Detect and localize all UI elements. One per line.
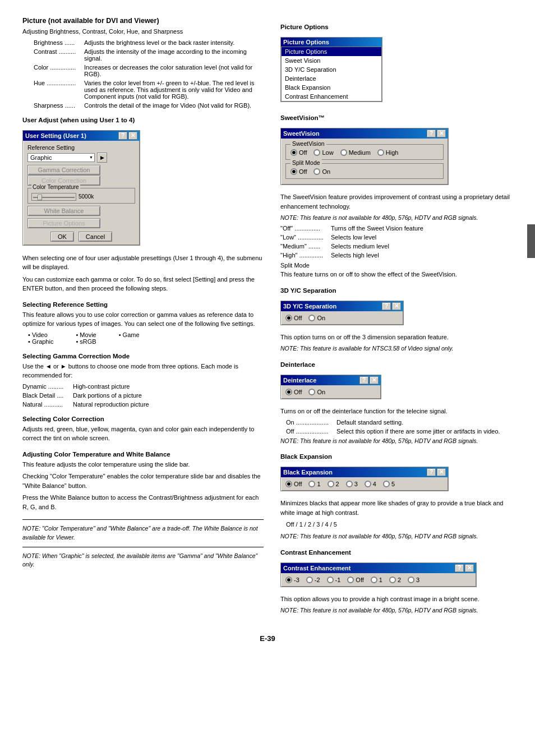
sweet-vision-titlebar: SweetVision ? ✕	[281, 128, 448, 139]
sm-on-radio[interactable]	[313, 168, 320, 175]
separator2	[22, 547, 264, 547]
deinterlace-off-option[interactable]: Off	[285, 389, 302, 395]
be-3-radio[interactable]	[346, 481, 353, 487]
picture-items: Brightness ...... Adjusts the brightness…	[22, 39, 264, 109]
3dyc-note: NOTE: This feature is available for NTSC…	[280, 344, 513, 353]
be-4-radio[interactable]	[365, 481, 371, 487]
color-temp-slider[interactable]	[31, 193, 76, 201]
gamma-heading: Selecting Gamma Correction Mode	[22, 353, 264, 359]
ce-3-option[interactable]: 3	[408, 577, 419, 583]
sv-off-option[interactable]: Off	[290, 149, 307, 156]
black-expansion-close-btn[interactable]: ✕	[437, 468, 446, 476]
sweet-vision-note: NOTE: This feature is not available for …	[280, 214, 513, 223]
user-adjust-para1: When selecting one of four user adjustab…	[22, 253, 264, 272]
be-5-option[interactable]: 5	[383, 481, 395, 487]
sm-on-option[interactable]: On	[313, 168, 330, 175]
ce-neg1-radio[interactable]	[327, 577, 334, 583]
be-off-option[interactable]: Off	[285, 481, 302, 487]
ce-2-radio[interactable]	[389, 577, 396, 583]
3dyc-close-btn[interactable]: ✕	[392, 302, 401, 310]
sv-low-option[interactable]: Low	[313, 149, 333, 156]
contrast-enhancement-help-btn[interactable]: ?	[455, 564, 464, 572]
ce-3-radio[interactable]	[408, 577, 414, 583]
3dyc-on-option[interactable]: On	[308, 315, 325, 321]
user-setting-close-button[interactable]: ✕	[128, 132, 137, 140]
be-1-radio[interactable]	[308, 481, 315, 487]
3dyc-off-radio[interactable]	[285, 315, 292, 321]
be-2-radio[interactable]	[328, 481, 334, 487]
be-5-radio[interactable]	[383, 481, 390, 487]
user-setting-help-button[interactable]: ?	[118, 132, 127, 140]
list-item-black-expansion[interactable]: Black Expansion	[282, 83, 381, 92]
list-item-contrast-enhancement[interactable]: Contrast Enhancement	[282, 92, 381, 101]
ce-1-radio[interactable]	[371, 577, 377, 583]
be-3-label: 3	[354, 481, 358, 487]
deinterlace-off-radio[interactable]	[285, 389, 292, 395]
sharpness-def: Controls the detail of the image for Vid…	[84, 102, 264, 109]
contrast-enhancement-heading: Contrast Enhancement	[280, 549, 513, 556]
reference-setting-dropdown[interactable]: Graphic	[27, 153, 95, 162]
ok-button[interactable]: OK	[50, 232, 74, 242]
picture-options-titlebar: Picture Options	[281, 38, 382, 47]
sv-low-radio[interactable]	[313, 149, 320, 156]
color-temp-section: Adjusting Color Temperature and White Ba…	[22, 451, 264, 512]
be-1-option[interactable]: 1	[308, 481, 320, 487]
3dyc-help-btn[interactable]: ?	[382, 302, 391, 310]
deinterlace-close-btn[interactable]: ✕	[370, 376, 379, 384]
sv-high-def: Selects high level	[331, 252, 513, 259]
ce-2-option[interactable]: 2	[389, 577, 401, 583]
be-3-option[interactable]: 3	[346, 481, 358, 487]
black-expansion-note: NOTE: This feature is not available for …	[280, 532, 513, 541]
ce-off-option[interactable]: Off	[347, 577, 363, 583]
user-adjust-para2: You can customize each gamma or color. T…	[22, 275, 264, 293]
sweet-vision-help-btn[interactable]: ?	[427, 130, 436, 137]
be-4-option[interactable]: 4	[365, 481, 376, 487]
list-item-deinterlace[interactable]: Deinterlace	[282, 74, 381, 83]
gamma-black-term: Black Detail ....	[22, 392, 73, 399]
white-balance-button[interactable]: White Balance	[27, 206, 100, 216]
option-video: • Video	[28, 331, 53, 338]
3dyc-on-radio[interactable]	[308, 315, 315, 321]
list-item-3dyc[interactable]: 3D Y/C Separation	[282, 65, 381, 74]
ce-neg2-option[interactable]: -2	[306, 577, 320, 583]
sv-medium-radio[interactable]	[340, 149, 347, 156]
reference-setting-value: Graphic	[30, 154, 52, 161]
color-def: Increases or decreases the color saturat…	[84, 64, 264, 77]
color-correction-section: Selecting Color Correction Adjusts red, …	[22, 416, 264, 443]
deinterlace-on-option[interactable]: On	[308, 389, 325, 395]
bullet-graphic: • Graphic	[28, 338, 53, 345]
gamma-correction-button[interactable]: Gamma Correction	[27, 165, 100, 175]
3dyc-off-option[interactable]: Off	[285, 315, 302, 321]
contrast-enhancement-close-btn[interactable]: ✕	[465, 564, 474, 572]
ce-neg1-option[interactable]: -1	[327, 577, 341, 583]
list-item-sweet-vision[interactable]: Sweet Vision	[282, 56, 381, 65]
sm-off-radio[interactable]	[290, 168, 297, 175]
cancel-button[interactable]: Cancel	[79, 232, 112, 242]
list-item-picture-options[interactable]: Picture Options	[282, 47, 381, 56]
user-setting-title-buttons: ? ✕	[118, 132, 137, 140]
ce-neg3-radio[interactable]	[285, 577, 292, 583]
sv-high-option[interactable]: High	[377, 149, 399, 156]
ce-off-radio[interactable]	[347, 577, 354, 583]
contrast-enhancement-options: -3 -2 -1 Of	[285, 577, 472, 583]
deinterlace-on-radio[interactable]	[308, 389, 315, 395]
deinterlace-help-btn[interactable]: ?	[359, 376, 368, 384]
ce-1-option[interactable]: 1	[371, 577, 382, 583]
ce-neg2-radio[interactable]	[306, 577, 313, 583]
gamma-text: Use the ◄ or ► buttons to choose one mod…	[22, 362, 264, 380]
reference-setting-heading: Selecting Reference Setting	[22, 301, 264, 308]
sm-off-option[interactable]: Off	[290, 168, 307, 175]
be-2-option[interactable]: 2	[328, 481, 339, 487]
ce-neg3-option[interactable]: -3	[285, 577, 299, 583]
3dyc-on-label: On	[317, 315, 325, 321]
gamma-natural-def: Natural reproduction picture	[73, 401, 264, 408]
sv-medium-option[interactable]: Medium	[340, 149, 371, 156]
be-off-radio[interactable]	[285, 481, 292, 487]
user-setting-title-text: User Setting (User 1)	[25, 132, 86, 139]
sv-off-radio[interactable]	[290, 149, 297, 156]
dropdown-arrow-button[interactable]: ▶	[97, 153, 107, 163]
sv-off-label: Off	[299, 149, 307, 156]
sweet-vision-close-btn[interactable]: ✕	[437, 130, 446, 137]
black-expansion-help-btn[interactable]: ?	[427, 468, 436, 476]
sv-high-radio[interactable]	[377, 149, 384, 156]
